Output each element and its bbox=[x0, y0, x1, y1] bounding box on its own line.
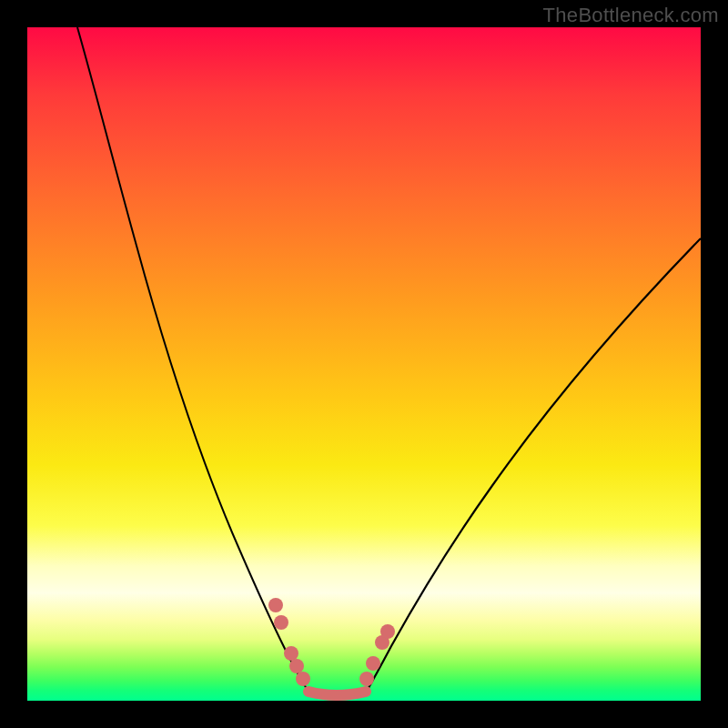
marker-left-1 bbox=[268, 598, 283, 612]
trough-marker-band bbox=[308, 692, 366, 695]
marker-right-2 bbox=[366, 656, 380, 671]
curve-layer bbox=[27, 27, 701, 701]
marker-left-2 bbox=[274, 615, 288, 630]
watermark-text: TheBottleneck.com bbox=[543, 4, 719, 27]
plot-area bbox=[27, 27, 701, 701]
chart-frame: TheBottleneck.com bbox=[0, 0, 728, 728]
marker-left-5 bbox=[296, 672, 310, 686]
left-branch-curve bbox=[77, 27, 311, 695]
marker-right-4 bbox=[380, 624, 395, 639]
marker-right-1 bbox=[359, 672, 374, 686]
marker-left-4 bbox=[289, 659, 304, 673]
right-branch-curve bbox=[364, 238, 701, 695]
marker-left-3 bbox=[284, 646, 298, 661]
